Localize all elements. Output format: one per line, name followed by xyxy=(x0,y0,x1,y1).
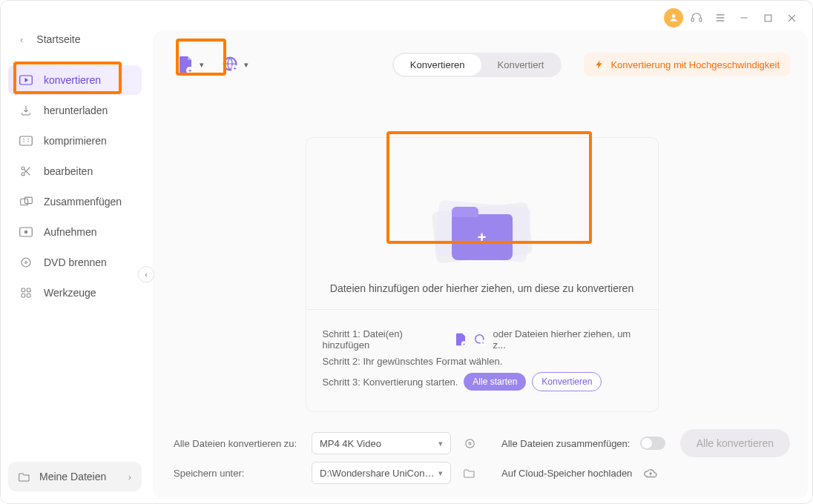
my-files-label: Meine Dateien xyxy=(39,471,106,483)
sidebar-item-merge[interactable]: Zusammenfügen xyxy=(8,187,142,216)
tab-converted[interactable]: Konvertiert xyxy=(481,54,561,76)
dropzone-message: Dateien hinzufügen oder hierher ziehen, … xyxy=(306,282,658,309)
toolbar: + ▾ + ▾ Konvertieren Konvertiert Konvert… xyxy=(174,42,790,87)
high-speed-button[interactable]: Konvertierung mit Hochgeschwindigkeit xyxy=(584,53,790,76)
menu-icon[interactable] xyxy=(710,7,731,28)
svg-rect-24 xyxy=(27,288,30,292)
url-add-icon: + xyxy=(222,56,240,73)
titlebar xyxy=(654,1,812,35)
svg-point-21 xyxy=(22,258,30,267)
svg-rect-18 xyxy=(24,197,32,204)
high-speed-label: Konvertierung mit Hochgeschwindigkeit xyxy=(610,59,780,70)
disc-icon xyxy=(19,255,33,270)
sidebar-item-convert[interactable]: konvertieren xyxy=(8,65,142,95)
sidebar-item-download[interactable]: herunterladen xyxy=(8,96,142,125)
convert-icon xyxy=(19,73,33,87)
sidebar-item-edit[interactable]: bearbeiten xyxy=(8,156,142,186)
step1-suffix: oder Dateien hierher ziehen, um z... xyxy=(493,328,641,351)
collapse-handle[interactable]: ‹ xyxy=(138,266,154,282)
file-add-icon: + xyxy=(177,55,194,74)
svg-point-37 xyxy=(465,439,473,447)
svg-point-0 xyxy=(672,14,676,18)
url-add-icon: + xyxy=(473,333,487,346)
svg-point-20 xyxy=(24,231,28,234)
home-link[interactable]: ‹ Startseite xyxy=(8,29,142,60)
start-all-button[interactable]: Alle starten xyxy=(464,373,526,391)
chevron-down-icon: ▾ xyxy=(438,468,443,478)
format-value: MP4 4K Video xyxy=(320,438,381,449)
convert-all-button[interactable]: Alle konvertieren xyxy=(680,429,790,457)
main-panel: + ▾ + ▾ Konvertieren Konvertiert Konvert… xyxy=(153,30,808,499)
scissors-icon xyxy=(19,164,33,179)
bolt-icon xyxy=(594,59,605,70)
nav: konvertieren herunterladen komprimieren … xyxy=(8,64,142,308)
cloud-label: Auf Cloud-Speicher hochladen xyxy=(501,468,632,479)
sidebar-item-label: Aufnehmen xyxy=(44,226,97,238)
add-url-button[interactable]: + ▾ xyxy=(217,53,253,76)
svg-rect-1 xyxy=(691,18,694,21)
format-select[interactable]: MP4 4K Video ▾ xyxy=(312,432,451,454)
download-icon xyxy=(19,103,33,118)
tab-switch: Konvertieren Konvertiert xyxy=(392,53,562,77)
svg-point-14 xyxy=(22,173,24,176)
chevron-down-icon: ▾ xyxy=(438,439,443,448)
merge-icon xyxy=(19,194,33,209)
save-label: Speichern unter: xyxy=(174,468,301,479)
settings-icon[interactable] xyxy=(461,435,478,451)
sidebar-item-tools[interactable]: Werkzeuge xyxy=(8,278,142,308)
support-icon[interactable] xyxy=(686,7,707,28)
footer: Alle Dateien konvertieren zu: MP4 4K Vid… xyxy=(174,425,790,488)
sidebar-item-label: Werkzeuge xyxy=(44,287,96,299)
svg-text:+: + xyxy=(482,340,484,345)
add-file-button[interactable]: + ▾ xyxy=(174,53,207,76)
cloud-upload-icon[interactable] xyxy=(642,465,659,481)
folder-add-icon: + xyxy=(452,214,513,260)
svg-point-38 xyxy=(469,442,471,445)
svg-text:+: + xyxy=(233,65,237,72)
step3-prefix: Schritt 3: Konvertierung starten. xyxy=(323,377,458,388)
svg-point-13 xyxy=(22,167,24,170)
save-path-select[interactable]: D:\Wondershare UniConverter ▾ xyxy=(312,462,451,484)
format-label: Alle Dateien konvertieren zu: xyxy=(174,438,301,449)
dropzone[interactable]: + Dateien hinzufügen oder hierher ziehen… xyxy=(306,137,659,412)
save-path-value: D:\Wondershare UniConverter xyxy=(320,468,438,479)
svg-rect-7 xyxy=(765,15,771,21)
my-files-button[interactable]: Meine Dateien › xyxy=(8,462,142,491)
svg-point-22 xyxy=(25,262,27,264)
merge-toggle[interactable] xyxy=(640,437,665,450)
tab-convert[interactable]: Konvertieren xyxy=(394,54,481,76)
sidebar-item-label: konvertieren xyxy=(44,74,101,86)
svg-rect-23 xyxy=(22,288,25,292)
svg-text:+: + xyxy=(463,342,466,346)
folder-icon xyxy=(19,471,30,482)
chevron-left-icon: ‹ xyxy=(20,34,23,45)
svg-marker-11 xyxy=(25,78,29,82)
minimize-button[interactable] xyxy=(734,7,754,28)
sidebar-item-compress[interactable]: komprimieren xyxy=(8,126,142,156)
chevron-right-icon: › xyxy=(128,471,131,483)
open-folder-icon[interactable] xyxy=(461,465,478,481)
maximize-button[interactable] xyxy=(757,7,778,28)
chevron-down-icon: ▾ xyxy=(200,60,204,70)
svg-rect-25 xyxy=(22,294,25,297)
sidebar-item-label: bearbeiten xyxy=(44,165,93,177)
sidebar-item-label: Zusammenfügen xyxy=(44,196,122,208)
close-button[interactable] xyxy=(781,7,802,28)
step2-text: Schritt 2: Ihr gewünschtes Format wählen… xyxy=(323,356,503,367)
dropzone-steps: Schritt 1: Datei(en) hinzufügen + + oder… xyxy=(306,309,658,411)
svg-text:+: + xyxy=(188,67,192,74)
convert-button[interactable]: Konvertieren xyxy=(532,372,602,391)
svg-rect-17 xyxy=(20,199,27,205)
sidebar-item-label: DVD brennen xyxy=(44,256,107,268)
dropzone-art: + xyxy=(306,138,658,282)
compress-icon xyxy=(19,133,33,148)
avatar-icon[interactable] xyxy=(664,8,683,27)
sidebar-item-record[interactable]: Aufnehmen xyxy=(8,217,142,247)
sidebar-item-label: komprimieren xyxy=(44,135,107,147)
svg-rect-2 xyxy=(700,18,702,21)
svg-rect-26 xyxy=(27,294,30,297)
svg-rect-12 xyxy=(20,136,33,145)
record-icon xyxy=(19,225,33,239)
merge-label: Alle Dateien zusammenfügen: xyxy=(501,438,630,449)
sidebar-item-dvd[interactable]: DVD brennen xyxy=(8,248,142,277)
